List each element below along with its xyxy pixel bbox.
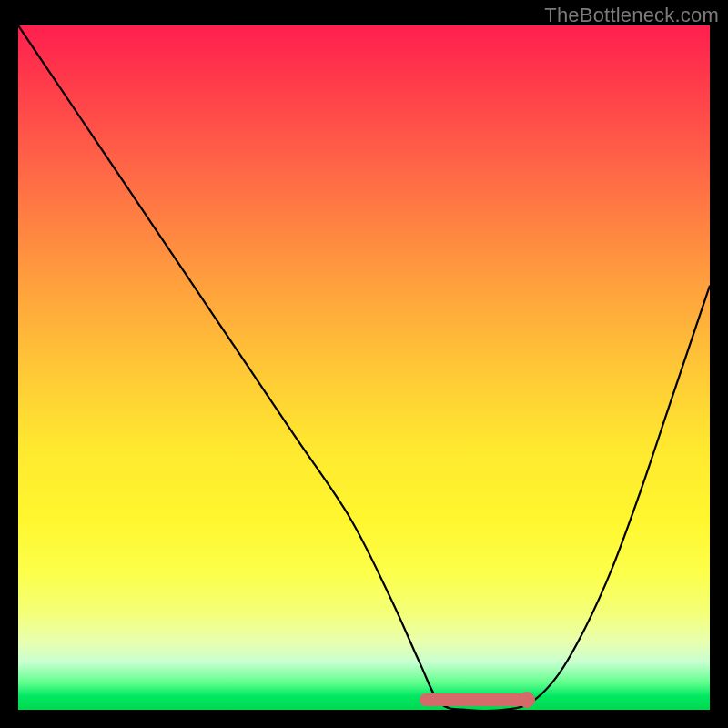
optimal-range-marker (420, 693, 531, 706)
bottleneck-curve (18, 25, 710, 710)
curve-layer (18, 25, 710, 710)
plot-area (18, 25, 710, 710)
attribution-label: TheBottleneck.com (544, 4, 719, 27)
chart-stage: TheBottleneck.com (0, 0, 728, 728)
